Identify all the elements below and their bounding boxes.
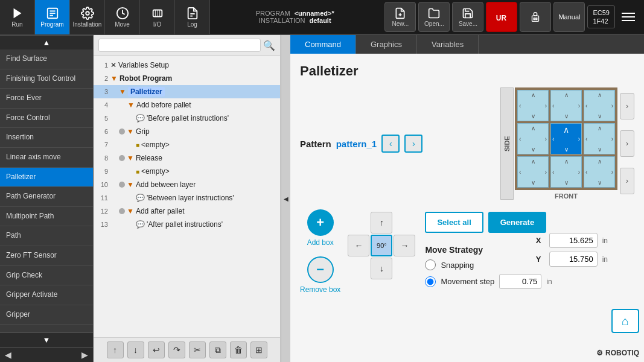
sidebar-item-find-surface[interactable]: Find Surface [0,49,93,69]
open-button[interactable]: Open... [418,2,450,32]
tree-row[interactable]: 7 ■ <empty> [94,138,280,151]
sidebar-item-force-control[interactable]: Force Control [0,109,93,129]
step-unit: in [546,278,552,286]
grid-nav-top[interactable]: › [620,93,634,119]
sidebar-item-multipoint-path[interactable]: Multipoint Path [0,207,93,227]
cut-button[interactable]: ✂ [189,341,206,358]
y-input[interactable] [549,252,598,267]
tree-search-input[interactable] [98,39,261,52]
menu-button[interactable] [617,6,639,28]
tree-row[interactable]: 6 ▼ Grip [94,125,280,138]
tree-row[interactable]: 9 ■ <empty> [94,165,280,178]
tab-graphics[interactable]: Graphics [356,35,417,54]
pattern-next-button[interactable]: › [404,135,422,153]
sidebar-item-insertion[interactable]: Insertion [0,128,93,148]
program-name-value: <unnamed>* [295,10,334,17]
new-button[interactable]: New... [384,2,416,32]
tree-row[interactable]: 12 ▼ Add after pallet [94,205,280,218]
move-button[interactable]: Move [105,0,140,34]
io-button[interactable]: I/O [140,0,175,34]
sidebar-item-linear-axis[interactable]: Linear axis move [0,148,93,168]
ur-logo: UR [486,2,517,32]
tree-row[interactable]: 4 ▼ Add before pallet [94,98,280,112]
sidebar-item-force-ever[interactable]: Force Ever [0,89,93,109]
dir-btn-down[interactable]: ↓ [371,258,392,279]
svg-rect-16 [532,16,539,21]
ec-label: EC59 1F42 [593,9,610,25]
sidebar-item-palletizer[interactable]: Palletizer [0,168,93,188]
grid-button[interactable]: ⊞ [250,341,267,358]
grid-cell-0-0[interactable]: ‹ › ∧ ∨ [517,90,549,121]
installation-button[interactable]: Installation [70,0,105,34]
tree-row[interactable]: 11 💬 'Between layer instructions' [94,191,280,205]
tree-row[interactable]: 1 ✕ Variables Setup [94,59,280,72]
sidebar-left-arrow[interactable]: ◀ [5,350,11,360]
log-button[interactable]: Log [175,0,210,34]
sidebar-item-path-generator[interactable]: Path Generator [0,187,93,207]
move-label: Move [115,21,129,28]
move-down-button[interactable]: ↓ [127,341,144,358]
move-up-button[interactable]: ↑ [107,341,124,358]
tab-variables[interactable]: Variables [417,35,479,54]
grid-cell-1-0[interactable]: ‹ › ∧ ∨ [517,123,549,154]
tree-row[interactable]: 13 💬 'After pallet instructions' [94,218,280,231]
x-coord-row: X in [536,233,608,248]
manual-label-btn[interactable]: Manual [553,2,585,32]
undo-button[interactable]: ↩ [148,341,165,358]
select-all-button[interactable]: Select all [425,212,483,233]
grid-nav-mid[interactable]: › [620,130,634,157]
dir-btn-right[interactable]: → [394,235,415,256]
pattern-prev-button[interactable]: ‹ [381,135,400,153]
movement-step-radio[interactable] [425,276,436,287]
sidebar-item-grip-check[interactable]: Grip Check [0,266,93,286]
tab-command[interactable]: Command [290,35,356,54]
snapping-radio[interactable] [425,259,436,270]
grid-cell-1-1[interactable]: ‹ › ∧ ∨ [550,123,582,154]
tree-row[interactable]: 5 💬 'Before pallet instructions' [94,112,280,125]
sidebar-item-gripper[interactable]: Gripper [0,305,93,325]
sidebar-right-arrow[interactable]: ▶ [81,350,88,360]
dir-btn-left[interactable]: ← [348,235,369,256]
sidebar-item-zero-ft[interactable]: Zero FT Sensor [0,246,93,266]
dir-btn-rotate[interactable]: 90° [371,235,392,256]
grid-cell-1-2[interactable]: ‹ › ∧ ∨ [584,123,615,154]
x-input[interactable] [549,233,598,248]
grid-cell-2-2[interactable]: ‹ › ∧ ∨ [584,156,615,188]
add-box-button[interactable]: + [307,209,334,236]
tree-row[interactable]: 10 ▼ Add between layer [94,178,280,191]
tree-row-palletizer[interactable]: 3 ▼ Palletizer [94,85,280,98]
sidebar-item-gripper-activate[interactable]: Gripper Activate [0,285,93,305]
installation-name-value: default [310,17,331,24]
home-button[interactable]: ⌂ [611,309,639,333]
grid-nav-bot[interactable]: › [620,168,634,194]
tree-label-palletizer: Palletizer [128,87,165,97]
run-button[interactable]: Run [0,0,35,34]
svg-marker-0 [13,8,21,18]
grid-cell-2-0[interactable]: ‹ › ∧ ∨ [517,156,549,188]
copy-button[interactable]: ⧉ [209,341,226,358]
grid-nav: › › › [620,87,634,200]
io-label: I/O [153,21,161,28]
sidebar-scroll-down[interactable]: ▼ [0,332,93,347]
circle-icon [119,129,125,135]
tree-row[interactable]: 2 ▼ Robot Program [94,72,280,85]
tree-row[interactable]: 8 ▼ Release [94,151,280,165]
redo-button[interactable]: ↷ [168,341,185,358]
delete-button[interactable]: 🗑 [230,341,247,358]
dir-btn-up[interactable]: ↑ [371,212,392,233]
generate-button[interactable]: Generate [488,212,546,233]
remove-box-button[interactable]: − [307,256,334,283]
direction-pad: ↑ ← 90° → ↓ [348,212,415,279]
program-button[interactable]: Program [35,0,70,34]
tree-panel: 🔍 1 ✕ Variables Setup 2 ▼ Robot Program … [94,35,281,362]
search-icon[interactable]: 🔍 [263,40,275,51]
step-input[interactable] [499,274,541,289]
tree-collapse-button[interactable]: ◀ [281,35,290,362]
sidebar-item-finishing[interactable]: Finishing Tool Control [0,69,93,89]
grid-cell-2-1[interactable]: ‹ › ∧ ∨ [550,156,582,188]
sidebar-scroll-up[interactable]: ▲ [0,35,93,49]
sidebar-item-path[interactable]: Path [0,226,93,246]
grid-cell-0-1[interactable]: ‹ › ∧ ∨ [550,90,582,121]
save-button[interactable]: Save... [452,2,483,32]
grid-cell-0-2[interactable]: ‹ › ∧ ∨ [584,90,615,121]
